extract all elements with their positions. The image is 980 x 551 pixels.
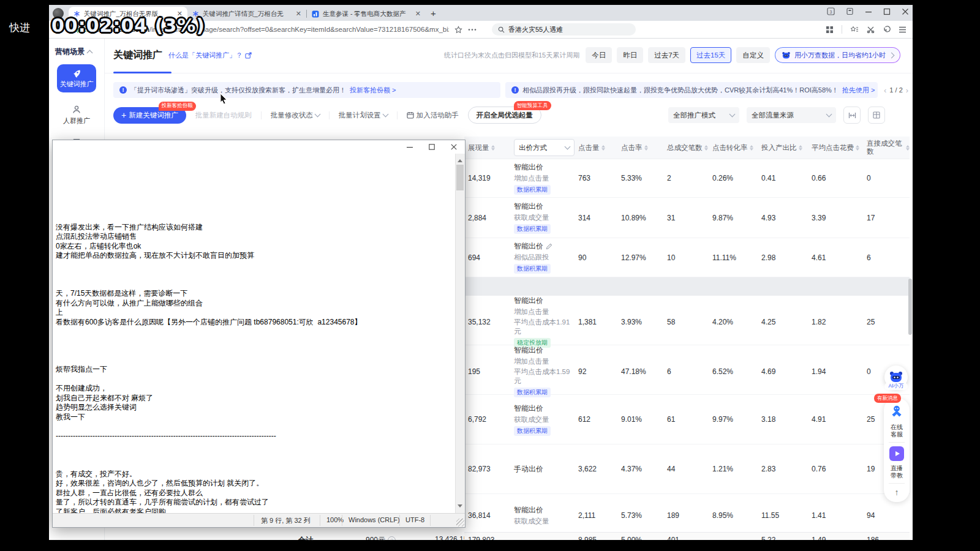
divider [254, 515, 254, 526]
table-row[interactable]: 694 智能出价 相似品跟投 数据积累期 90 12.97% 10 11.11%… [464, 238, 910, 277]
chevron-down-icon [382, 111, 388, 118]
traffic-source-select[interactable]: 全部流量来源 [747, 107, 836, 123]
cell-cpc: 1.94 [808, 367, 863, 376]
table-row[interactable]: 35,132 智能出价 增加点击量 平均点击成本1.91元 稳定投放期 1,38… [464, 296, 910, 345]
total-direct-orders: 186 [863, 536, 910, 540]
bookmarks-bar-icon[interactable] [850, 26, 859, 34]
customer-service-mascot-icon[interactable] [889, 404, 905, 420]
table-row[interactable]: 195 智能出价 增加点击量 平均点击成本1.59元 数据积累期 92 47.1… [464, 345, 910, 395]
notepad-maximize-button[interactable] [421, 140, 443, 154]
notepad-minimize-button[interactable] [399, 140, 421, 154]
maximize-icon[interactable] [883, 8, 891, 15]
sidebar-section-header[interactable]: 营销场景 [49, 39, 104, 61]
external-link-icon[interactable] [245, 52, 252, 59]
column-header-cvr[interactable]: 点击转化率 [709, 144, 758, 152]
svg-text:3: 3 [830, 10, 832, 14]
scrollbar-thumb[interactable] [456, 165, 464, 190]
filter-15days[interactable]: 过去15天 [690, 47, 731, 63]
ai-assistant-pill[interactable]: 用小万查数据，日均省约1小时 [775, 47, 900, 63]
divider [842, 25, 842, 34]
help-link[interactable]: 什么是「关键词推广」？ [168, 51, 243, 60]
scroll-down-icon[interactable] [458, 504, 462, 510]
column-settings-button[interactable] [843, 107, 861, 124]
live-teaching-label[interactable]: 直播带教 [890, 465, 903, 479]
resize-grip[interactable] [456, 519, 464, 527]
banner-link[interactable]: 投新客抢份额 > [350, 86, 396, 95]
cell-cpc: 4.61 [808, 253, 863, 262]
info-icon: ! [511, 86, 519, 94]
column-header-cpc[interactable]: 平均点击花费 [808, 144, 863, 152]
cell-bid-type: 智能出价 获取成交量 数据积累期 [510, 198, 575, 238]
column-header-roi[interactable]: 投入产出比 [758, 144, 808, 152]
banner-next-icon[interactable]: › [906, 86, 908, 95]
notepad-title-bar[interactable] [53, 140, 465, 154]
notepad-scrollbar[interactable] [455, 154, 465, 513]
bookmark-star-icon[interactable] [454, 26, 462, 34]
filter-custom[interactable]: 自定义 [736, 47, 770, 63]
notepad-close-button[interactable] [443, 140, 465, 154]
cell-ctr: 12.97% [617, 253, 663, 262]
filter-today[interactable]: 今日 [586, 47, 612, 63]
apps-grid-icon[interactable] [826, 26, 834, 34]
ai-mascot-icon [782, 51, 791, 60]
back-to-top-icon[interactable]: ↑ [895, 487, 899, 497]
banner-link[interactable]: 抢先使用 > [842, 86, 875, 95]
browser-tab-3[interactable]: 生意参谋 - 零售电商大数据产 ✕ [307, 7, 426, 21]
filter-yesterday[interactable]: 昨日 [617, 47, 643, 63]
table-row[interactable]: 2,884 智能出价 获取成交量 数据积累期 314 10.89% 31 9.8… [464, 198, 910, 238]
zoom-level-status[interactable]: 100% [326, 516, 344, 523]
quick-search-input[interactable]: 香港火灾55人遇难 [492, 23, 636, 36]
scissors-icon[interactable] [867, 26, 875, 34]
promo-mode-select[interactable]: 全部推广模式 [668, 107, 739, 123]
table-settings-button[interactable] [868, 107, 885, 124]
column-header-orders[interactable]: 总成交笔数 [663, 144, 709, 152]
table-row[interactable]: 82,973 手动出价 3,622 4.37% 44 1.21% 2.83 0.… [464, 444, 910, 494]
chevron-right-icon [889, 52, 895, 58]
sidebar-item-audience-promo[interactable]: 人群推广 [49, 105, 104, 126]
browser-tab-2[interactable]: 关键词推广详情页_万相台无 ✕ [187, 7, 306, 21]
column-header-direct-orders[interactable]: 直接成交笔数 [863, 140, 910, 156]
table-row[interactable]: 14,319 智能出价 增加点击量 数据积累期 763 5.33% 2 0.26… [464, 159, 910, 198]
table-body: 14,319 智能出价 增加点击量 数据积累期 763 5.33% 2 0.26… [464, 159, 910, 538]
notepad-text[interactable]: 没有爆发出来，看一下推广结构应该如何搭建 点混乱投法带动店铺销售 0家左右，店铺… [53, 154, 455, 513]
column-header-ctr[interactable]: 点击率 [617, 144, 663, 152]
live-teaching-icon[interactable] [889, 446, 904, 461]
cell-orders: 6 [663, 367, 709, 376]
question-circle-icon[interactable]: ? [388, 536, 396, 540]
close-icon[interactable] [902, 8, 909, 15]
column-header-impressions[interactable]: 展现量 [464, 144, 510, 152]
minimize-icon[interactable] [865, 8, 872, 15]
batch-status-button[interactable]: 批量修改状态 [271, 111, 320, 120]
edit-pencil-icon[interactable] [546, 243, 552, 250]
sidebar-section-label: 营销场景 [55, 47, 85, 57]
tab-close-icon[interactable]: ✕ [415, 10, 421, 17]
cell-roi: 4.25 [758, 318, 808, 326]
new-tab-icon[interactable]: + [431, 8, 436, 18]
scroll-up-icon[interactable] [458, 157, 462, 162]
menu-icon[interactable] [899, 26, 907, 33]
browser-extra-icon[interactable]: 3 [827, 7, 835, 15]
filter-7days[interactable]: 过去7天 [648, 47, 685, 63]
bid-type-filter-select[interactable]: 出价方式 [514, 139, 575, 156]
table-row[interactable]: 36,814 智能出价 获取成交量 2,111 5.73% 189 8.95% … [464, 494, 910, 538]
undo-icon[interactable] [883, 26, 891, 34]
sidebar-item-keyword-promo[interactable]: 关键词推广 [57, 64, 96, 92]
tab-close-icon[interactable]: ✕ [296, 10, 301, 17]
batch-auto-rule-button[interactable]: 批量新建自动规则 [195, 111, 252, 120]
cell-roi: 3.18 [758, 415, 808, 424]
total-budget: 900元? [366, 532, 396, 540]
table-row[interactable]: 6,792 智能出价 获取成交量 数据积累期 612 9.01% 61 9.97… [464, 395, 910, 444]
cell-ctr: 47.18% [617, 367, 663, 376]
status-tag: 数据积累期 [514, 264, 551, 274]
browser-flag-icon[interactable] [846, 7, 854, 15]
online-service-label[interactable]: 在线客服 [890, 424, 903, 438]
more-menu-icon[interactable] [468, 28, 477, 31]
batch-plan-settings-button[interactable]: 批量计划设置 [339, 111, 388, 120]
total-ctr: 5.00% [617, 536, 663, 540]
cell-orders: 189 [663, 511, 709, 520]
column-header-clicks[interactable]: 点击量 [575, 144, 617, 152]
activity-helper-button[interactable]: 加入活动助手 [407, 111, 459, 120]
cell-clicks: 314 [575, 214, 617, 222]
banner-prev-icon[interactable]: ‹ [884, 86, 886, 95]
page-scrollbar-thumb[interactable] [908, 279, 912, 335]
